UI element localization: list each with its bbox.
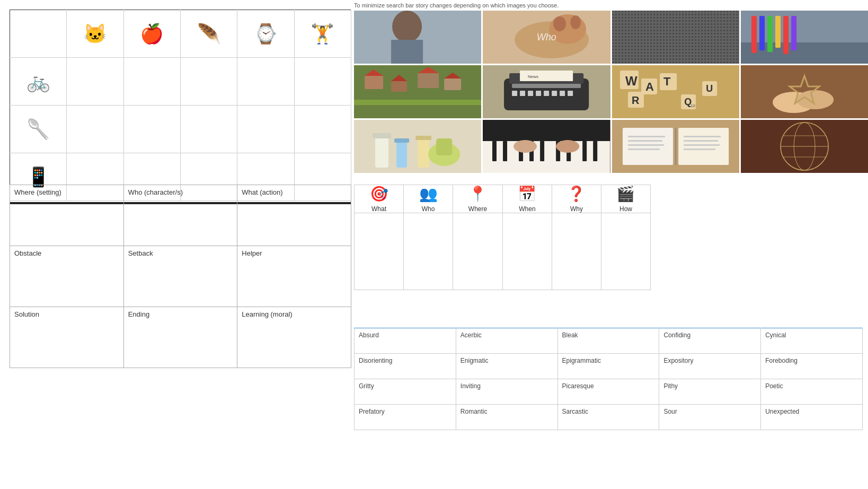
story-cell-ending[interactable]: Ending [123,307,237,368]
tone-table: Absurd Acerbic Bleak Confiding Cynical D… [354,328,863,430]
wh-table: 🎯 What 👥 Who 📍 Where 📅 When ❓ Why 🎬 H [354,185,651,290]
tone-row-4: Prefatory Romantic Sarcastic Sour Unexpe… [355,405,863,430]
tone-row-1: Absurd Acerbic Bleak Confiding Cynical [355,328,863,354]
svg-rect-73 [492,141,497,161]
svg-text:T: T [663,75,671,88]
svg-rect-77 [540,141,544,161]
svg-rect-41 [568,91,573,96]
svg-rect-39 [552,91,557,96]
svg-rect-74 [503,141,507,161]
story-cell-helper[interactable]: Helper [237,246,351,307]
icon-row-2: 🚲 [10,58,351,106]
tone-row-3: Gritty Inviting Picaresque Pithy Poetic [355,379,863,405]
svg-point-82 [513,140,537,153]
svg-rect-88 [628,136,665,137]
svg-rect-67 [418,138,429,168]
wh-body-why[interactable] [552,213,601,290]
icon-cell-empty-10 [237,106,294,153]
svg-rect-15 [759,16,765,50]
icon-cell-empty-3 [123,58,180,106]
icon-grid-panel: 🐱 🍎 🪶 ⌚ 🏋️ 🚲 🥄 📱 [10,10,351,204]
story-cell-learning[interactable]: Learning (moral) [237,307,351,368]
svg-rect-9 [612,11,739,64]
wh-header-where: 📍 Where [453,185,503,213]
tone-row-2: Disorienting Enigmatic Epigrammatic Expo… [355,354,863,379]
svg-rect-29 [354,100,481,105]
image-cell-11[interactable] [612,120,739,173]
wh-body-who[interactable] [404,213,453,290]
tone-cell-foreboding: Foreboding [761,354,863,379]
image-cell-9[interactable] [354,120,481,173]
svg-rect-72 [483,141,610,173]
icon-cell-watch: ⌚ [237,10,294,58]
story-row-1: Where (setting) Who (character/s) What (… [10,185,351,246]
wh-header-why: ❓ Why [552,185,601,213]
tone-cell-acerbic: Acerbic [456,328,557,354]
tone-cell-bleak: Bleak [557,328,659,354]
who-label-text: Who [422,205,435,213]
story-cell-setback[interactable]: Setback [123,246,237,307]
wh-header-who: 👥 Who [404,185,453,213]
tone-cell-absurd: Absurd [355,328,456,354]
tone-cell-sarcastic: Sarcastic [557,405,659,430]
svg-rect-36 [528,91,533,96]
svg-rect-2 [391,40,423,64]
svg-rect-14 [751,16,757,53]
icon-row-3: 🥄 [10,106,351,153]
story-cell-what[interactable]: What (action) [237,185,351,246]
svg-rect-17 [775,16,781,48]
svg-rect-66 [394,138,409,143]
tone-cell-confiding: Confiding [659,328,761,354]
when-label: When [519,205,535,213]
svg-rect-91 [628,149,660,150]
image-cell-5[interactable] [354,65,481,118]
svg-rect-38 [544,91,549,96]
story-table-panel: Where (setting) Who (character/s) What (… [10,185,351,368]
svg-rect-94 [684,144,720,146]
story-cell-solution[interactable]: Solution [10,307,124,368]
tone-cell-unexpected: Unexpected [761,405,863,430]
story-cell-where[interactable]: Where (setting) [10,185,124,246]
image-cell-3[interactable] [612,11,739,64]
svg-rect-70 [436,138,452,155]
where-icon: 📍 [453,185,502,203]
story-cell-who[interactable]: Who (character/s) [123,185,237,246]
tone-cell-picaresque: Picaresque [557,379,659,405]
wh-body-when[interactable] [502,213,552,290]
wh-body-where[interactable] [453,213,503,290]
image-cell-1[interactable] [354,11,481,64]
svg-rect-90 [628,144,664,146]
wh-body-what[interactable] [355,213,404,290]
how-label: How [619,205,632,213]
image-cell-7[interactable]: W A T R Q 10 U [612,65,739,118]
image-cell-10[interactable] [483,120,610,173]
icon-cell-bicycle: 🚲 [10,58,67,106]
svg-rect-68 [415,136,431,140]
svg-rect-34 [512,91,517,96]
icon-cell-feather: 🪶 [180,10,237,58]
svg-point-60 [796,90,834,109]
image-cell-4[interactable] [741,11,868,64]
wh-body-how[interactable] [601,213,650,290]
why-label: Why [570,205,583,213]
svg-rect-85 [623,128,673,165]
icon-cell-empty-11 [294,106,351,153]
svg-point-83 [556,140,579,153]
story-cell-obstacle[interactable]: Obstacle [10,246,124,307]
icon-cell-apple: 🍎 [123,10,180,58]
image-cell-2[interactable]: Who [483,11,610,64]
tone-cell-epigrammatic: Epigrammatic [557,354,659,379]
svg-text:U: U [706,83,713,94]
tone-cell-romantic: Romantic [456,405,557,430]
icon-cell-empty-6 [294,58,351,106]
wh-header-how: 🎬 How [601,185,650,213]
tone-cell-gritty: Gritty [355,379,456,405]
story-row-2: Obstacle Setback Helper [10,246,351,307]
image-cell-6[interactable]: News [483,65,610,118]
wh-header-row: 🎯 What 👥 Who 📍 Where 📅 When ❓ Why 🎬 H [355,185,651,213]
image-cell-12[interactable] [741,120,868,173]
wh-header-what: 🎯 What [355,185,404,213]
image-cell-8[interactable] [741,65,868,118]
svg-rect-86 [678,128,729,165]
svg-rect-18 [783,16,789,54]
